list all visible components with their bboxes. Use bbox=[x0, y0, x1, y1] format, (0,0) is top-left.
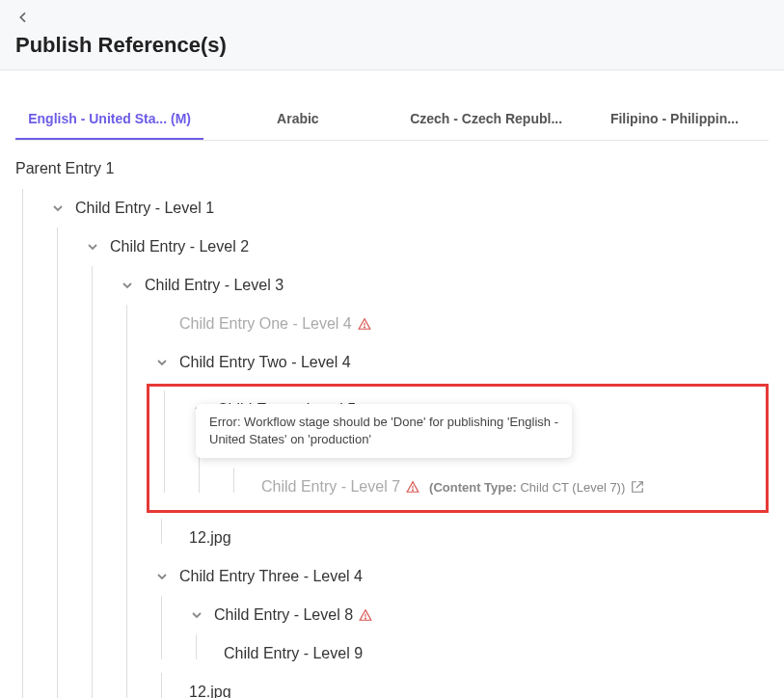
tree-node-level9[interactable]: Child Entry - Level 9 bbox=[224, 645, 363, 662]
tree-node-level3[interactable]: Child Entry - Level 3 bbox=[145, 277, 284, 294]
file-item[interactable]: 12.jpg bbox=[189, 529, 231, 547]
chevron-down-icon[interactable] bbox=[189, 607, 204, 623]
tree-node-level1[interactable]: Child Entry - Level 1 bbox=[75, 200, 214, 217]
root-entry: Parent Entry 1 bbox=[15, 160, 769, 177]
error-tooltip: Error: Workflow stage should be 'Done' f… bbox=[196, 404, 572, 458]
svg-point-5 bbox=[365, 618, 366, 619]
tree-node-level4-two[interactable]: Child Entry Two - Level 4 bbox=[179, 354, 351, 371]
tab-czech[interactable]: Czech - Czech Republ... bbox=[392, 99, 581, 140]
back-arrow-icon[interactable] bbox=[15, 10, 31, 29]
warning-icon[interactable] bbox=[359, 608, 372, 622]
tab-english-us[interactable]: English - United Sta... (M) bbox=[15, 99, 203, 140]
warning-icon[interactable] bbox=[358, 317, 371, 331]
chevron-down-icon[interactable] bbox=[154, 355, 170, 370]
tab-filipino[interactable]: Filipino - Philippin... bbox=[581, 99, 769, 140]
svg-point-1 bbox=[364, 327, 365, 328]
svg-point-3 bbox=[413, 490, 414, 491]
tree-node-level4-one[interactable]: Child Entry One - Level 4 bbox=[179, 315, 352, 333]
tree-content: Parent Entry 1 Child Entry - Level 1 Chi… bbox=[0, 141, 784, 698]
tree-node-level8[interactable]: Child Entry - Level 8 bbox=[214, 606, 353, 624]
error-highlight-region: Child Entry - Level 5 bbox=[147, 384, 769, 513]
warning-icon[interactable] bbox=[406, 480, 419, 494]
page-title: Publish Reference(s) bbox=[15, 33, 769, 58]
external-link-icon[interactable] bbox=[631, 480, 644, 494]
chevron-down-icon[interactable] bbox=[50, 201, 66, 216]
chevron-down-icon[interactable] bbox=[85, 239, 100, 255]
tree-node-level4-three[interactable]: Child Entry Three - Level 4 bbox=[179, 568, 363, 585]
tab-arabic[interactable]: Arabic bbox=[203, 99, 392, 140]
chevron-down-icon[interactable] bbox=[154, 569, 170, 584]
locale-tabs: English - United Sta... (M) Arabic Czech… bbox=[15, 99, 769, 141]
file-item[interactable]: 12.jpg bbox=[189, 684, 231, 698]
chevron-down-icon[interactable] bbox=[120, 278, 135, 293]
tree-node-level2[interactable]: Child Entry - Level 2 bbox=[110, 238, 249, 255]
tree-node-level7[interactable]: Child Entry - Level 7 bbox=[261, 478, 400, 496]
header: Publish Reference(s) bbox=[0, 0, 784, 70]
content-type-meta: (Content Type: Child CT (Level 7)) bbox=[429, 480, 625, 495]
